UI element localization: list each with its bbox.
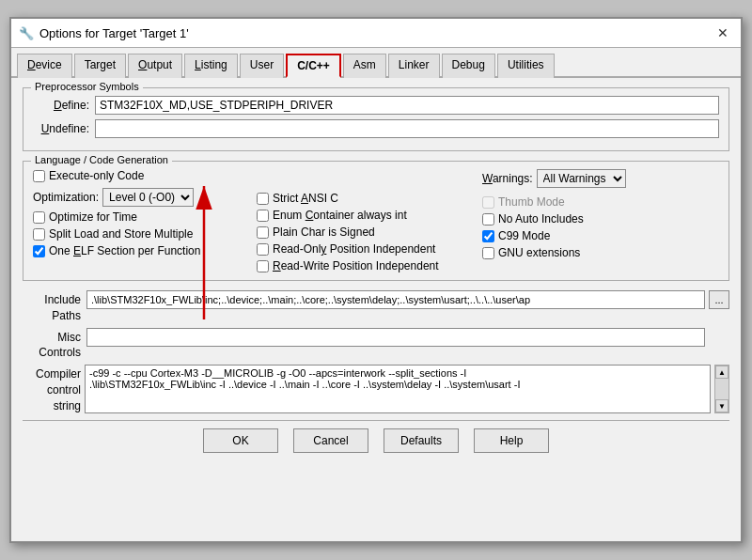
strict-ansi-label: Strict ANSI C bbox=[273, 192, 338, 205]
misc-controls-row: Misc Controls bbox=[23, 328, 729, 362]
defaults-button[interactable]: Defaults bbox=[384, 428, 459, 453]
compiler-control-area: Compiler control string -c99 -c --cpu Co… bbox=[23, 365, 729, 413]
readwrite-pos-checkbox[interactable] bbox=[257, 260, 269, 272]
preprocessor-group: Preprocessor Symbols Define: Undefine: bbox=[23, 87, 729, 151]
tab-debug[interactable]: Debug bbox=[442, 54, 495, 78]
undefine-label: Undefine: bbox=[33, 122, 89, 135]
enum-container-checkbox[interactable] bbox=[257, 210, 269, 222]
undefine-input[interactable] bbox=[95, 119, 719, 138]
readonly-pos-row: Read-Only Position Independent bbox=[257, 242, 475, 256]
include-paths-row: Include Paths ... bbox=[23, 290, 729, 324]
tab-cpp[interactable]: C/C++ bbox=[286, 54, 341, 78]
plain-char-row: Plain Char is Signed bbox=[257, 226, 475, 239]
main-content: Preprocessor Symbols Define: Undefine: L… bbox=[11, 78, 741, 472]
thumb-mode-label: Thumb Mode bbox=[498, 195, 565, 209]
warnings-select[interactable]: All Warnings No Warnings bbox=[537, 169, 626, 188]
gnu-extensions-label: GNU extensions bbox=[498, 246, 580, 259]
thumb-mode-row: Thumb Mode bbox=[482, 195, 719, 209]
enum-container-row: Enum Container always int bbox=[257, 209, 475, 222]
scroll-down-btn[interactable]: ▼ bbox=[715, 399, 728, 412]
no-auto-includes-checkbox[interactable] bbox=[482, 213, 494, 226]
tab-listing[interactable]: Listing bbox=[184, 54, 238, 78]
optimization-select[interactable]: Level 0 (-O0) Level 1 (-O1) Level 2 (-O2… bbox=[102, 188, 194, 207]
app-icon: 🔧 bbox=[19, 25, 34, 40]
include-paths-label: Include Paths bbox=[23, 290, 81, 324]
include-paths-browse[interactable]: ... bbox=[709, 290, 729, 309]
plain-char-label: Plain Char is Signed bbox=[273, 226, 375, 239]
optimize-time-label: Optimize for Time bbox=[49, 210, 137, 224]
misc-controls-label: Misc Controls bbox=[23, 328, 81, 362]
split-load-checkbox[interactable] bbox=[33, 228, 45, 241]
tab-asm[interactable]: Asm bbox=[343, 54, 386, 78]
options-dialog: 🔧 Options for Target 'Target 1' ✕ Device… bbox=[9, 17, 743, 543]
one-elf-row: One ELF Section per Function bbox=[33, 244, 249, 257]
help-button[interactable]: Help bbox=[474, 428, 549, 453]
define-label: Define: bbox=[33, 99, 89, 112]
plain-char-checkbox[interactable] bbox=[257, 226, 269, 239]
ok-button[interactable]: OK bbox=[203, 428, 278, 453]
execute-only-label: Execute-only Code bbox=[49, 169, 144, 182]
execute-only-checkbox[interactable] bbox=[33, 170, 45, 182]
one-elf-checkbox[interactable] bbox=[33, 245, 45, 257]
gnu-extensions-row: GNU extensions bbox=[482, 246, 719, 259]
language-group: Language / Code Generation Execute-only … bbox=[23, 161, 729, 281]
compiler-control-textarea[interactable]: -c99 -c --cpu Cortex-M3 -D__MICROLIB -g … bbox=[85, 365, 711, 413]
tab-bar: Device Target Output Listing User C/C++ … bbox=[11, 48, 741, 78]
bottom-buttons: OK Cancel Defaults Help bbox=[23, 420, 729, 462]
c99-mode-label: C99 Mode bbox=[498, 229, 550, 242]
c99-mode-checkbox[interactable] bbox=[482, 230, 494, 242]
no-auto-includes-label: No Auto Includes bbox=[498, 212, 584, 226]
optimize-time-row: Optimize for Time bbox=[33, 210, 249, 224]
one-elf-label: One ELF Section per Function bbox=[49, 244, 200, 257]
scroll-up-btn[interactable]: ▲ bbox=[715, 366, 728, 379]
execute-only-row: Execute-only Code bbox=[33, 169, 249, 182]
define-row: Define: bbox=[33, 96, 719, 115]
undefine-row: Undefine: bbox=[33, 119, 719, 138]
scroll-track bbox=[715, 379, 728, 399]
split-load-label: Split Load and Store Multiple bbox=[49, 227, 193, 241]
tab-target[interactable]: Target bbox=[74, 54, 126, 78]
tab-linker[interactable]: Linker bbox=[388, 54, 440, 78]
optimize-time-checkbox[interactable] bbox=[33, 211, 45, 224]
define-input[interactable] bbox=[95, 96, 719, 115]
enum-container-label: Enum Container always int bbox=[273, 209, 407, 222]
preprocessor-label: Preprocessor Symbols bbox=[31, 81, 143, 92]
warnings-label: Warnings: bbox=[482, 172, 533, 185]
c99-mode-row: C99 Mode bbox=[482, 229, 719, 242]
strict-ansi-checkbox[interactable] bbox=[257, 193, 269, 205]
thumb-mode-checkbox[interactable] bbox=[482, 196, 494, 209]
readonly-pos-checkbox[interactable] bbox=[257, 243, 269, 256]
close-button[interactable]: ✕ bbox=[713, 24, 733, 41]
strict-ansi-row: Strict ANSI C bbox=[257, 192, 475, 205]
gnu-extensions-checkbox[interactable] bbox=[482, 247, 494, 259]
tab-utilities[interactable]: Utilities bbox=[497, 54, 555, 78]
tab-user[interactable]: User bbox=[240, 54, 284, 78]
cancel-button[interactable]: Cancel bbox=[293, 428, 368, 453]
warnings-row: Warnings: All Warnings No Warnings bbox=[482, 169, 719, 188]
include-paths-input[interactable] bbox=[86, 290, 705, 309]
title-bar: 🔧 Options for Target 'Target 1' ✕ bbox=[11, 19, 741, 48]
dialog-title: Options for Target 'Target 1' bbox=[39, 26, 189, 40]
compiler-scrollbar[interactable]: ▲ ▼ bbox=[714, 365, 729, 413]
compiler-control-label: Compiler control string bbox=[23, 365, 81, 413]
language-label: Language / Code Generation bbox=[31, 154, 172, 165]
tab-output[interactable]: Output bbox=[128, 54, 182, 78]
optimization-label: Optimization: bbox=[33, 191, 99, 204]
no-auto-includes-row: No Auto Includes bbox=[482, 212, 719, 226]
readwrite-pos-row: Read-Write Position Independent bbox=[257, 259, 475, 272]
tab-device[interactable]: Device bbox=[17, 54, 72, 78]
readwrite-pos-label: Read-Write Position Independent bbox=[273, 259, 439, 272]
readonly-pos-label: Read-Only Position Independent bbox=[273, 242, 435, 256]
optimization-row: Optimization: Level 0 (-O0) Level 1 (-O1… bbox=[33, 188, 249, 207]
split-load-row: Split Load and Store Multiple bbox=[33, 227, 249, 241]
misc-controls-input[interactable] bbox=[86, 328, 705, 347]
